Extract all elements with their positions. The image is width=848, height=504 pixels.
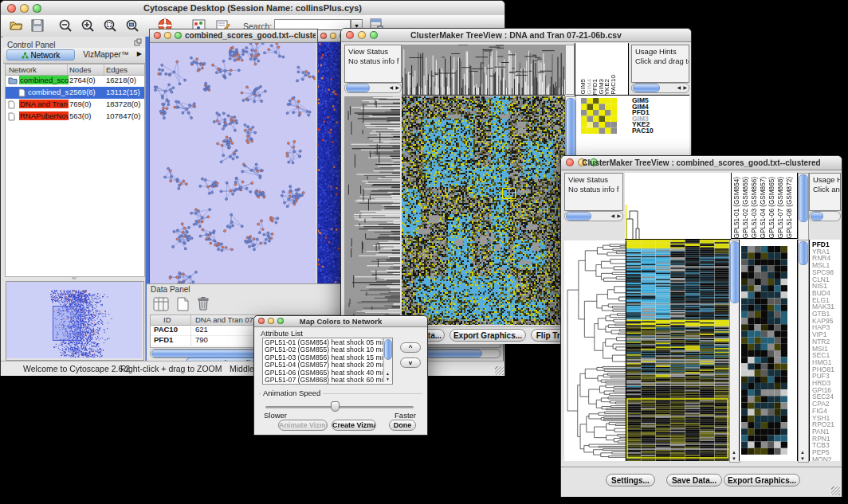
network-row[interactable]: RNAPuberNov2+563(0)107847(0) bbox=[6, 111, 144, 123]
network-row[interactable]: combined_scores2764(0)16218(0) bbox=[6, 75, 144, 87]
slider-thumb[interactable] bbox=[331, 401, 340, 412]
move-up-button[interactable]: ^ bbox=[400, 342, 421, 353]
zoom-vscrollbar[interactable]: ▲ ▼ bbox=[798, 240, 809, 463]
move-down-button[interactable]: v bbox=[400, 357, 421, 368]
network-row[interactable]: DNA and Tran 07769(0)183728(0) bbox=[6, 99, 144, 111]
attribute-list-label: Attribute List bbox=[261, 329, 303, 338]
attribute-list-vscrollbar[interactable]: ▲ ▼ bbox=[383, 338, 392, 382]
animation-speed-slider[interactable] bbox=[265, 406, 414, 408]
resize-grip[interactable] bbox=[831, 486, 840, 495]
new-attribute-icon[interactable] bbox=[175, 297, 190, 311]
frame-zoom-button[interactable] bbox=[175, 32, 182, 39]
birdseye-canvas[interactable] bbox=[6, 282, 142, 358]
tab-vizmapper-label: VizMapper™ bbox=[83, 50, 129, 59]
zoom-out-icon[interactable] bbox=[58, 18, 73, 33]
treeview-button[interactable]: Export Graphics... bbox=[450, 329, 526, 342]
view-status-hscrollbar[interactable]: ◀ ▶ bbox=[344, 83, 402, 93]
dialog-title: Map Colors to Network bbox=[254, 317, 427, 326]
usage-hints-title: Usage Hints bbox=[632, 45, 689, 56]
scroll-left-icon[interactable]: ◀ bbox=[389, 85, 393, 90]
network-view-canvas[interactable] bbox=[150, 43, 316, 285]
treeview-combined-buttonbar: Settings...Save Data...Export Graphics..… bbox=[561, 467, 842, 497]
scroll-right-icon[interactable]: ▶ bbox=[683, 85, 687, 90]
frame-close-button[interactable] bbox=[320, 33, 327, 39]
usage-hints-hscrollbar[interactable]: ◀ ▶ bbox=[631, 83, 689, 93]
scroll-up-icon[interactable]: ▲ bbox=[800, 450, 805, 455]
tab-network[interactable]: Network bbox=[6, 49, 75, 61]
control-panel: Control Panel Network VizMapper™ ▶ Netwo… bbox=[3, 37, 146, 361]
scroll-down-icon[interactable]: ▼ bbox=[386, 377, 390, 381]
float-panel-icon[interactable] bbox=[134, 38, 142, 46]
animation-speed-label: Animation Speed bbox=[261, 389, 323, 397]
zoom-fit-icon[interactable] bbox=[125, 18, 139, 33]
scroll-up-icon[interactable]: ▲ bbox=[732, 450, 736, 455]
treeview-combined-titlebar[interactable]: ClusterMaker TreeView : combined_scores_… bbox=[561, 156, 842, 170]
zoom-selected-icon[interactable] bbox=[103, 18, 117, 33]
scroll-down-icon[interactable]: ▼ bbox=[800, 456, 805, 461]
tab-overflow-arrow[interactable]: ▶ bbox=[137, 50, 142, 57]
list-item[interactable]: GPL51-07 (GSM868) heat shock 60 min bbox=[265, 377, 392, 384]
create-vizmap-button[interactable]: Create Vizmap bbox=[332, 420, 376, 431]
heatmap-main[interactable] bbox=[402, 96, 565, 325]
animate-vizmap-button[interactable]: Animate Vizmap bbox=[278, 420, 328, 431]
done-button[interactable]: Done bbox=[389, 420, 416, 431]
scroll-left-icon[interactable]: ◀ bbox=[610, 213, 614, 218]
treeview-button[interactable]: Export Graphics... bbox=[724, 474, 800, 486]
cell-value: 790 bbox=[195, 335, 208, 344]
scroll-down-icon[interactable]: ▼ bbox=[732, 456, 736, 461]
network-edges: 13112(15) bbox=[106, 88, 140, 96]
usage-hints-text: Click and drag to bbox=[632, 56, 689, 65]
frame-close-button[interactable] bbox=[154, 32, 161, 39]
usage-hints-hscrollbar[interactable] bbox=[809, 211, 841, 221]
scroll-right-icon[interactable]: ▶ bbox=[395, 85, 399, 90]
treeview-button[interactable]: Save Data... bbox=[666, 474, 722, 486]
gene-label[interactable]: MON2 bbox=[812, 456, 840, 461]
window-title: ClusterMaker TreeView : DNA and Tran 07-… bbox=[341, 30, 691, 40]
view-status-hscrollbar[interactable]: ◀ ▶ bbox=[564, 211, 623, 221]
save-icon[interactable] bbox=[31, 19, 44, 32]
frame-minimize-button[interactable] bbox=[164, 32, 171, 39]
array-label: GPL51-06 (GSM865) bbox=[769, 177, 775, 238]
network-frame-1-titlebar[interactable]: combined_scores_good.txt--cluste... bbox=[150, 29, 317, 43]
birdseye-view[interactable] bbox=[6, 281, 144, 361]
zoom-row-label[interactable]: PAC10 bbox=[632, 128, 689, 135]
col-nodes[interactable]: Nodes bbox=[69, 65, 91, 74]
delete-attribute-icon[interactable] bbox=[196, 296, 210, 311]
column-dendrogram[interactable] bbox=[402, 45, 565, 96]
view-status-text: No status info f bbox=[345, 56, 401, 65]
desktop: Cytoscape Desktop (Session Name: collins… bbox=[0, 0, 848, 504]
scroll-left-icon[interactable]: ◀ bbox=[677, 85, 681, 90]
network-name: DNA and Tran 07 bbox=[19, 100, 69, 108]
select-attributes-icon[interactable] bbox=[153, 297, 169, 311]
zoom-in-icon[interactable] bbox=[80, 18, 95, 33]
label-vscrollbar[interactable] bbox=[798, 173, 809, 240]
heatmap-main[interactable] bbox=[626, 240, 729, 461]
col-network[interactable]: Network bbox=[9, 65, 37, 74]
zoom-heatmap-panel[interactable] bbox=[739, 240, 798, 461]
col-id[interactable]: ID bbox=[163, 315, 171, 324]
row-dendrogram[interactable] bbox=[344, 96, 400, 325]
view-status-title: View Status bbox=[345, 45, 401, 56]
scroll-right-icon[interactable]: ▶ bbox=[617, 213, 621, 218]
zoom-matrix-canvas[interactable] bbox=[581, 98, 617, 134]
array-label-panel: GPL51-01 (GSM854)GPL51-02 (GSM855)GPL51-… bbox=[731, 173, 798, 239]
open-file-icon[interactable] bbox=[9, 19, 23, 32]
treeview-button[interactable]: Settings... bbox=[606, 474, 655, 486]
network-row[interactable]: combined_sco2569(6)13112(15) bbox=[6, 87, 144, 99]
main-titlebar[interactable]: Cytoscape Desktop (Session Name: collins… bbox=[1, 1, 504, 16]
row-dendrogram[interactable] bbox=[564, 240, 626, 461]
column-dendrogram[interactable] bbox=[625, 173, 731, 240]
frame-minimize-button[interactable] bbox=[330, 33, 336, 39]
dialog-titlebar[interactable]: Map Colors to Network bbox=[254, 316, 427, 327]
split-handle[interactable] bbox=[72, 276, 77, 279]
header-scroll-strip[interactable] bbox=[565, 45, 575, 95]
col-edges[interactable]: Edges bbox=[106, 65, 128, 74]
treeview-dna-titlebar[interactable]: ClusterMaker TreeView : DNA and Tran 07-… bbox=[341, 29, 691, 42]
network-nodes: 2764(0) bbox=[69, 76, 96, 84]
data-panel-title: Data Panel bbox=[151, 285, 190, 294]
resize-grip[interactable] bbox=[495, 366, 504, 375]
attribute-listbox[interactable]: GPL51-01 (GSM854) heat shock 05 minGPL51… bbox=[262, 338, 393, 385]
tab-vizmapper[interactable]: VizMapper™ bbox=[78, 49, 134, 61]
scroll-up-icon[interactable]: ▲ bbox=[386, 371, 390, 376]
document-icon bbox=[8, 112, 18, 121]
